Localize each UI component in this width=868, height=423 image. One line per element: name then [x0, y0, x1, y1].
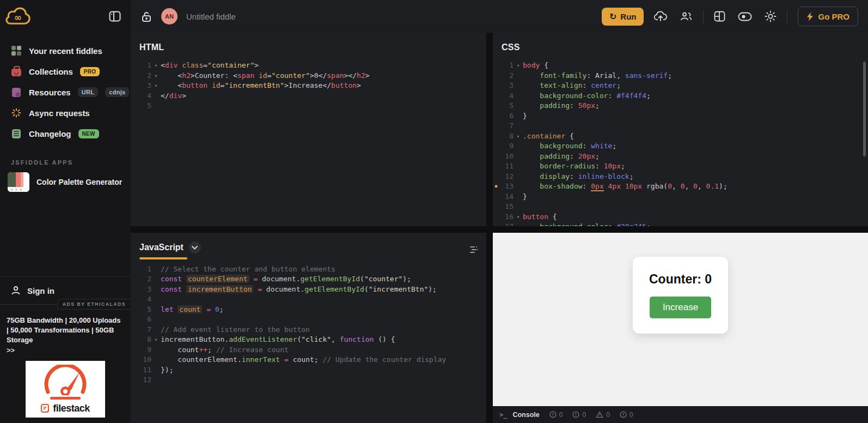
- toggle-icon[interactable]: [736, 10, 754, 23]
- filestack-brand-text: filestack: [53, 403, 90, 414]
- result-card: Counter: 0 Increase: [633, 257, 728, 334]
- jsfiddle-apps-header: JSFIDDLE APPS: [11, 159, 131, 166]
- run-button[interactable]: ↻ Run: [602, 8, 644, 26]
- html-editor-panel: HTML 1▾<div class="container">2▾ <h2>Cou…: [131, 33, 486, 226]
- app-thumbnail: [8, 172, 29, 192]
- url-badge: URL: [78, 87, 99, 97]
- ad-image-filestack[interactable]: filestack: [26, 361, 105, 418]
- nav-label: Async requests: [29, 108, 90, 118]
- sidebar-toggle-icon[interactable]: [107, 9, 123, 24]
- filestack-doc-icon: [41, 404, 50, 413]
- fiddle-title[interactable]: Untitled fiddle: [186, 12, 236, 21]
- run-refresh-icon: ↻: [609, 11, 616, 22]
- panel-resizer-horizontal[interactable]: [131, 226, 868, 233]
- gauge-icon: [40, 365, 90, 395]
- sidebar-item-async-requests[interactable]: Async requests: [0, 102, 131, 123]
- app-item-color-palette-generator[interactable]: Color Palette Generator: [0, 166, 131, 198]
- layout-icon[interactable]: [712, 9, 728, 24]
- terminal-prompt-icon: >_: [499, 411, 507, 419]
- panel-resizer-vertical[interactable]: [486, 233, 493, 423]
- person-icon: [11, 286, 21, 295]
- console-bar[interactable]: >_ Console 0 0 0: [493, 406, 868, 423]
- app-label: Color Palette Generator: [36, 178, 122, 186]
- topbar: AN Untitled fiddle ↻ Run: [131, 0, 868, 33]
- js-panel-title: JavaScript: [139, 243, 184, 252]
- nav-label: Changelog: [29, 129, 71, 138]
- async-requests-icon: [11, 107, 22, 118]
- chevron-down-icon: [192, 246, 198, 250]
- console-info-count: 0: [549, 411, 563, 419]
- sidebar-item-changelog[interactable]: Changelog NEW: [0, 123, 131, 144]
- css-scrollbar[interactable]: [863, 62, 866, 156]
- sidebar-nav: Your recent fiddles Collections PRO Reso…: [0, 33, 131, 144]
- console-error-count: 0: [620, 411, 633, 419]
- html-code-editor[interactable]: 1▾<div class="container">2▾ <h2>Counter:…: [131, 61, 486, 111]
- sidebar: ∞ Your recent fiddles Collections PRO: [0, 0, 131, 423]
- pro-badge: PRO: [80, 67, 100, 76]
- nav-label: Resources: [29, 88, 71, 97]
- save-upload-icon[interactable]: [652, 9, 669, 24]
- css-panel-title: CSS: [493, 33, 868, 52]
- panel-resizer-vertical[interactable]: [486, 33, 493, 226]
- html-panel-title: HTML: [131, 33, 486, 52]
- js-language-dropdown[interactable]: [189, 241, 201, 253]
- tidy-code-icon[interactable]: [469, 246, 479, 256]
- ad-text[interactable]: 75GB Bandwidth | 20,000 Uploads | 50,000…: [7, 316, 124, 345]
- ads-by-ethicalads-label[interactable]: ADS BY ETHICALADS: [57, 299, 131, 310]
- gauge-underline: [50, 397, 81, 400]
- js-code-editor[interactable]: 1// Select the counter and button elemen…: [131, 264, 486, 385]
- js-active-underline: [139, 257, 187, 259]
- warning-triangle-icon: [596, 411, 603, 418]
- jsfiddle-app: ∞ Your recent fiddles Collections PRO: [0, 0, 868, 423]
- result-panel: Counter: 0 Increase: [493, 233, 868, 406]
- avatar[interactable]: AN: [161, 8, 178, 25]
- collections-icon: [11, 66, 22, 77]
- recent-fiddles-icon: [11, 45, 22, 56]
- sign-in-label: Sign in: [27, 286, 54, 295]
- sidebar-header: ∞: [0, 0, 131, 33]
- collaborate-icon[interactable]: [677, 9, 695, 24]
- sidebar-item-resources[interactable]: Resources URL cdnjs: [0, 82, 131, 102]
- nav-label: Your recent fiddles: [29, 46, 102, 56]
- increase-button[interactable]: Increase: [650, 297, 711, 318]
- go-pro-button[interactable]: Go PRO: [798, 7, 858, 26]
- cdnjs-badge: cdnjs: [105, 87, 129, 97]
- css-editor-panel: CSS 1▾body {2 font-family: Arial, sans-s…: [493, 33, 868, 226]
- info-circle-icon: [549, 411, 557, 418]
- resources-icon: [11, 87, 22, 98]
- nav-label: Collections: [29, 67, 73, 76]
- ad-section: ADS BY ETHICALADS 75GB Bandwidth | 20,00…: [0, 304, 131, 423]
- console-log-count: 0: [572, 411, 586, 419]
- changelog-icon: [11, 128, 22, 139]
- log-circle-icon: [572, 411, 579, 418]
- privacy-lock-icon[interactable]: [142, 11, 151, 22]
- error-circle-icon: [620, 411, 627, 418]
- sidebar-item-collections[interactable]: Collections PRO: [0, 61, 131, 82]
- new-badge: NEW: [78, 129, 99, 138]
- console-warning-count: 0: [596, 411, 610, 419]
- sidebar-item-recent-fiddles[interactable]: Your recent fiddles: [0, 40, 131, 61]
- ad-more-link[interactable]: >>: [7, 346, 124, 354]
- theme-sun-icon[interactable]: [762, 8, 779, 25]
- console-label: Console: [512, 411, 539, 419]
- lightning-icon: [806, 12, 814, 21]
- jsfiddle-logo[interactable]: ∞: [4, 4, 32, 29]
- js-editor-panel: JavaScript 1// Select the counter and bu…: [131, 233, 486, 423]
- css-code-editor[interactable]: 1▾body {2 font-family: Arial, sans-serif…: [493, 61, 868, 226]
- counter-heading: Counter: 0: [649, 272, 712, 287]
- svg-text:∞: ∞: [14, 12, 22, 23]
